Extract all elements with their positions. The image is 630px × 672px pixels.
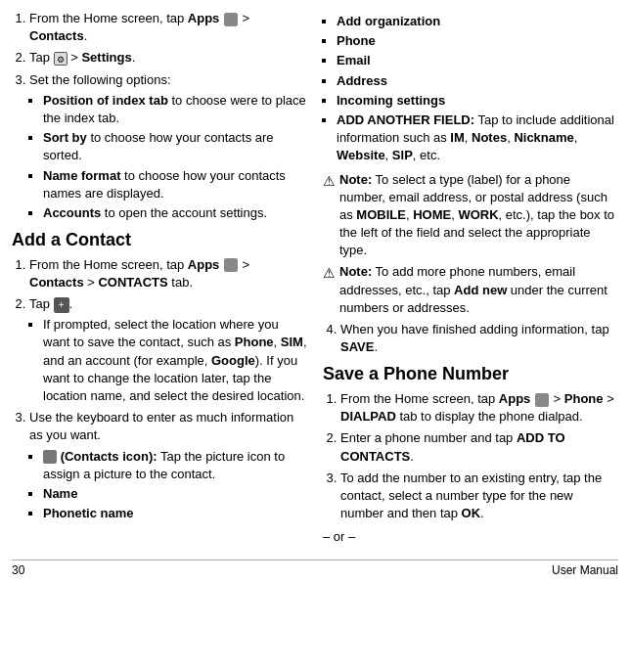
bullet-email: Email bbox=[337, 52, 618, 69]
apps-bold-3: Apps bbox=[499, 391, 531, 406]
work-bold: WORK bbox=[458, 207, 498, 222]
home-bold: HOME bbox=[413, 207, 451, 222]
right-list-2: When you have finished adding informatio… bbox=[323, 321, 618, 356]
bullet-add-field: ADD ANOTHER FIELD: Tap to include additi… bbox=[337, 112, 618, 165]
add-contact-item-2: Tap +. If prompted, select the location … bbox=[29, 295, 307, 405]
save-item-2: Enter a phone number and tap ADD TO CONT… bbox=[340, 429, 618, 465]
left-item-2: Tap ⚙ > Settings. bbox=[29, 49, 307, 67]
name-bold: Name bbox=[43, 486, 77, 501]
save-item-3: To add the number to an existing entry, … bbox=[340, 470, 618, 523]
manual-label: User Manual bbox=[552, 563, 618, 577]
add-field-bold: ADD ANOTHER FIELD: bbox=[337, 112, 474, 127]
left-item-1: From the Home screen, tap Apps > Contact… bbox=[29, 10, 307, 45]
phonetic-bold: Phonetic name bbox=[43, 506, 133, 520]
add-contact-heading: Add a Contact bbox=[12, 230, 307, 251]
sim-bold: SIM bbox=[281, 335, 303, 349]
apps-icon-2 bbox=[224, 258, 238, 272]
left-list-1: From the Home screen, tap Apps > Contact… bbox=[12, 10, 307, 222]
bullet-phone: Phone bbox=[337, 32, 618, 50]
name-item: Name bbox=[43, 485, 307, 503]
contacts-icon-item: (Contacts icon): Tap the picture icon to… bbox=[43, 448, 307, 483]
left-column: From the Home screen, tap Apps > Contact… bbox=[12, 10, 307, 550]
notes-bold: Notes bbox=[472, 130, 507, 145]
note-text-2: Note: To add more phone numbers, email a… bbox=[339, 263, 618, 317]
right-item-4: When you have finished adding informatio… bbox=[340, 321, 618, 356]
accounts-bold: Accounts bbox=[43, 205, 101, 220]
apps-bold-2: Apps bbox=[188, 257, 220, 272]
sip-bold: SIP bbox=[392, 148, 413, 162]
website-bold: Website bbox=[337, 148, 385, 162]
note-icon-2: ⚠ bbox=[323, 264, 336, 284]
bullet-add-org: Add organization bbox=[337, 13, 618, 30]
bullet-address: Address bbox=[337, 72, 618, 90]
add-contact-item-3: Use the keyboard to enter as much inform… bbox=[29, 409, 307, 522]
nameformat-bold: Name format bbox=[43, 168, 120, 183]
right-column: Add organization Phone Email Address Inc… bbox=[323, 10, 618, 550]
add-contact-list: From the Home screen, tap Apps > Contact… bbox=[12, 256, 307, 523]
footer: 30 User Manual bbox=[12, 560, 618, 577]
add-org-bold: Add organization bbox=[337, 14, 440, 28]
address-bold: Address bbox=[337, 73, 387, 88]
contact-picture-icon bbox=[43, 450, 57, 464]
settings-options-list: Position of index tab to choose were to … bbox=[29, 92, 307, 222]
note-bold-2: Note: bbox=[339, 264, 372, 279]
settings-icon: ⚙ bbox=[54, 52, 68, 66]
save-item-1: From the Home screen, tap Apps > Phone >… bbox=[340, 390, 618, 426]
add-person-icon: + bbox=[54, 297, 69, 313]
sortby-bold: Sort by bbox=[43, 130, 87, 145]
option-nameformat: Name format to choose how your contacts … bbox=[43, 167, 307, 202]
or-line: – or – bbox=[323, 528, 618, 546]
apps-icon-3 bbox=[535, 393, 549, 407]
apps-icon-1 bbox=[224, 13, 238, 26]
email-bold: Email bbox=[337, 53, 371, 67]
note-bold-1: Note: bbox=[339, 172, 372, 187]
phonetic-item: Phonetic name bbox=[43, 505, 307, 522]
dialpad-bold: DIALPAD bbox=[340, 409, 396, 424]
option-position: Position of index tab to choose were to … bbox=[43, 92, 307, 127]
nickname-bold: Nickname bbox=[514, 130, 573, 145]
bullet-incoming: Incoming settings bbox=[337, 92, 618, 110]
google-bold: Google bbox=[211, 353, 255, 368]
note-block-2: ⚠ Note: To add more phone numbers, email… bbox=[323, 263, 618, 317]
mobile-bold: MOBILE bbox=[356, 207, 406, 222]
settings-bold: Settings bbox=[81, 50, 131, 65]
contacts-bold-2: Contacts bbox=[29, 275, 84, 290]
phone-bold-s: Phone bbox=[564, 391, 604, 406]
left-item-3: Set the following options: Position of i… bbox=[29, 71, 307, 223]
add-contact-item-1: From the Home screen, tap Apps > Contact… bbox=[29, 256, 307, 291]
note-block-1: ⚠ Note: To select a type (label) for a p… bbox=[323, 171, 618, 260]
note-icon-1: ⚠ bbox=[323, 172, 336, 192]
save-phone-heading: Save a Phone Number bbox=[323, 364, 618, 385]
save-bold: SAVE bbox=[340, 339, 374, 354]
add-new-bold: Add new bbox=[454, 283, 507, 297]
field-bullets: Add organization Phone Email Address Inc… bbox=[323, 13, 618, 165]
page-number: 30 bbox=[12, 563, 24, 577]
option-accounts: Accounts to open the account settings. bbox=[43, 204, 307, 222]
tap-sub-list: If prompted, select the location where y… bbox=[29, 316, 307, 405]
contacts-bold-1: Contacts bbox=[29, 28, 84, 43]
info-list: (Contacts icon): Tap the picture icon to… bbox=[29, 448, 307, 523]
add-to-contacts-bold: ADD TO CONTACTS bbox=[340, 430, 565, 463]
tap-sub-item-1: If prompted, select the location where y… bbox=[43, 316, 307, 405]
contacts-icon-bold: (Contacts icon): bbox=[61, 449, 158, 464]
phone-bold: Phone bbox=[235, 335, 274, 349]
im-bold: IM bbox=[450, 130, 464, 145]
note-text-1: Note: To select a type (label) for a pho… bbox=[339, 171, 618, 260]
position-bold: Position of index tab bbox=[43, 93, 168, 108]
incoming-bold: Incoming settings bbox=[337, 93, 445, 108]
save-phone-list: From the Home screen, tap Apps > Phone >… bbox=[323, 390, 618, 522]
ok-bold: OK bbox=[462, 506, 481, 520]
apps-bold-1: Apps bbox=[188, 11, 220, 25]
option-sortby: Sort by to choose how your contacts are … bbox=[43, 129, 307, 164]
contacts-tab-bold: CONTACTS bbox=[98, 275, 167, 290]
phone-bold-r: Phone bbox=[337, 33, 376, 48]
